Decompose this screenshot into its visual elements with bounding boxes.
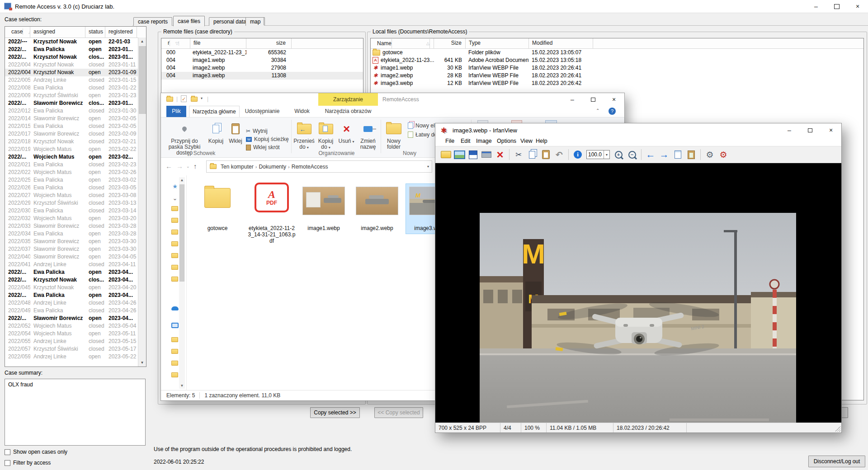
recent-locations-icon[interactable]: ⌄ [186, 164, 190, 169]
nav-computer-icon[interactable] [171, 323, 179, 328]
copy-file-icon[interactable] [671, 148, 684, 161]
remote-files-header[interactable]: r▽ file size [161, 38, 363, 49]
remote-file-row[interactable]: 000etykieta_2022-11-23_14-...655362 [161, 49, 363, 56]
nav-pane-scrollbar[interactable]: ▲ ▼ [179, 177, 185, 389]
nav-folder-icon[interactable] [171, 277, 178, 282]
breadcrumb[interactable]: Ten komputer› Dokumenty› RemoteAccess ▾ [206, 160, 432, 173]
nav-folder-icon[interactable] [171, 253, 178, 258]
maximize-button[interactable] [826, 0, 847, 13]
case-row[interactable]: 2022/...Ewa Palickaopen2023-04... [5, 268, 146, 276]
prev-image-icon[interactable] [644, 148, 657, 161]
tab-personal-data[interactable]: personal data [209, 17, 251, 26]
explorer-nav-pane[interactable]: ★⌄ ▲ ▼ [161, 175, 187, 390]
delete-icon[interactable] [493, 148, 507, 161]
nav-folder-icon[interactable] [171, 230, 178, 235]
explorer-close-button[interactable]: × [604, 93, 624, 106]
explorer-maximize-button[interactable] [583, 93, 604, 106]
nav-cloud-icon[interactable] [171, 306, 179, 310]
disconnect-button[interactable]: Disconnect/Log out [808, 456, 865, 467]
file-label[interactable]: image1.webp [299, 225, 349, 231]
case-row[interactable]: 2022/012Ewa Palickaclosed2023-01-30 [5, 107, 146, 115]
menu-options[interactable]: Options [497, 138, 516, 144]
explorer-minimize-button[interactable]: – [562, 93, 583, 106]
help-icon[interactable]: ? [609, 108, 616, 115]
nav-star-icon[interactable]: ★ [171, 183, 179, 189]
local-file-row[interactable]: ✱image1.webp 30 KBIrfanView WEBP File18.… [371, 64, 863, 72]
breadcrumb-item[interactable]: Ten komputer [221, 164, 254, 170]
ribbon-collapse-icon[interactable]: ⌃ [596, 108, 599, 113]
red-tool-icon[interactable] [717, 148, 730, 161]
case-row[interactable]: 2022/057Krzysztof Śliwińskiclosed2023-05… [5, 345, 146, 353]
nav-chevron-down-icon[interactable]: ⌄ [171, 195, 179, 201]
qat-folder-icon[interactable] [191, 97, 198, 102]
case-row[interactable]: 2022/...Sławomir Borewiczopen2023-04... [5, 315, 146, 322]
image-view-icon[interactable] [453, 148, 466, 161]
breadcrumb-item[interactable]: Dokumenty [259, 164, 286, 170]
case-row[interactable]: 2022/033Sławomir Borewiczclosed2023-03-2… [5, 222, 146, 230]
checkbox-icon[interactable] [5, 460, 10, 466]
case-row[interactable]: 2022/004Krzysztof Nowakopen2023-01-09 [5, 69, 146, 76]
zoom-out-icon[interactable] [625, 148, 639, 161]
case-row[interactable]: 2022/030Ewa Palickaclosed2023-03-14 [5, 207, 146, 215]
save-icon[interactable] [466, 148, 480, 161]
case-row[interactable]: 2022/054Wojciech Matusopen2023-05-11 [5, 330, 146, 338]
file-label[interactable]: etykieta_2022-11-23_14-31-21_1063.pdf [248, 225, 296, 244]
case-row[interactable]: 2022/048Andrzej Linkeclosed2023-04-26 [5, 299, 146, 307]
nav-folder-icon[interactable] [171, 361, 178, 366]
case-row[interactable]: 2022/022Wojciech Matusopen2023-02-26 [5, 169, 146, 176]
cut-button[interactable]: ✂Wytnij [246, 127, 268, 135]
paste-icon[interactable] [539, 148, 552, 161]
case-row[interactable]: 2022/035Sławomir Borewiczopen2023-03-30 [5, 238, 146, 245]
case-row[interactable]: 2022/029Krzysztof Śliwińskiclosed2023-03… [5, 199, 146, 207]
case-summary-box[interactable]: OLX fraud [5, 379, 146, 446]
local-file-row[interactable]: gotowce Folder plików15.02.2023 13:05:07 [371, 49, 863, 56]
print-icon[interactable] [480, 148, 493, 161]
file-image1-thumbnail[interactable] [302, 187, 345, 215]
case-row[interactable]: 2022/...Krzysztof Nowakclos...2023-01... [5, 53, 146, 61]
case-row[interactable]: 2022/045Krzysztof Nowakopen2023-04-20 [5, 284, 146, 291]
remote-file-row-selected[interactable]: 004image3.webp11308 [161, 72, 363, 80]
file-pdf-icon[interactable]: APDF [255, 183, 289, 212]
minimize-button[interactable]: – [806, 0, 826, 13]
case-row[interactable]: 2022/004Krzysztof Nowakclosed2023-01-11 [5, 61, 146, 69]
zoom-level-input[interactable]: 100.0▾ [586, 150, 610, 159]
irfanview-maximize-button[interactable] [800, 123, 821, 137]
show-open-cases-checkbox[interactable]: Show open cases only [5, 449, 67, 455]
qat-check-icon[interactable]: ✓ [181, 95, 187, 102]
info-icon[interactable] [571, 148, 585, 161]
copy-selected-to-local-button[interactable]: Copy selected >> [310, 407, 360, 418]
case-row[interactable]: 2022/...Ewa Palickaopen2023-01... [5, 46, 146, 53]
scroll-up-icon[interactable]: ▲ [179, 178, 185, 182]
case-row[interactable]: 2022/037Sławomir Borewiczopen2023-03-30 [5, 245, 146, 253]
case-row[interactable]: 2022/...Ewa Palickaopen2023-04... [5, 291, 146, 299]
open-folder-icon[interactable] [439, 148, 453, 161]
ribbon-tab-widok[interactable]: Widok [291, 106, 313, 117]
contextual-tab-header[interactable]: Zarządzanie [318, 93, 378, 106]
copy-path-button[interactable]: WKopiuj ścieżkę [246, 136, 289, 143]
menu-image[interactable]: Image [476, 138, 492, 144]
remote-file-row[interactable]: 004image2.webp27908 [161, 64, 363, 72]
case-row[interactable]: 2022/014Sławomir Borewiczopen2023-02-05 [5, 115, 146, 122]
next-image-icon[interactable] [657, 148, 671, 161]
case-row[interactable]: 2022/040Sławomir Borewiczopen2023-04-05 [5, 253, 146, 261]
local-file-row[interactable]: Aetykieta_2022-11-23... 641 KBAdobe Acro… [371, 56, 863, 64]
scroll-down-icon[interactable]: ▼ [138, 359, 146, 367]
case-row[interactable]: 2022/052Wojciech Matusclosed2023-05-04 [5, 322, 146, 330]
paste-shortcut-button[interactable]: Wklej skrót [246, 144, 280, 151]
case-row[interactable]: 2022/...Krzysztof Nowakclos...2023-04... [5, 276, 146, 284]
local-files-header[interactable]: Name△ Size Type Modified [371, 38, 863, 49]
file-image2-thumbnail[interactable] [356, 187, 398, 215]
nav-folder-icon[interactable] [171, 372, 178, 377]
case-table-header[interactable]: case△ assigned status registered [5, 27, 146, 38]
nav-folder-icon[interactable] [171, 265, 178, 270]
menu-edit[interactable]: Edit [461, 138, 471, 144]
ribbon-tab-narzedzia-glowne[interactable]: Narzędzia główne [189, 106, 240, 117]
image-viewer-canvas[interactable]: M M [435, 163, 841, 423]
qat-folder-icon[interactable] [166, 97, 173, 102]
file-label[interactable]: gotowce [193, 225, 242, 231]
case-row[interactable]: 2022/059Andrzej Linkeopen2023-05-22 [5, 353, 146, 361]
nav-folder-icon[interactable] [171, 337, 178, 342]
case-table[interactable]: case△ assigned status registered 2022/--… [5, 26, 146, 367]
case-row[interactable]: 2022/025Ewa Palickaopen2023-03-02 [5, 176, 146, 184]
case-row[interactable]: 2022/019Wojciech Matusopen2023-02-22 [5, 146, 146, 153]
